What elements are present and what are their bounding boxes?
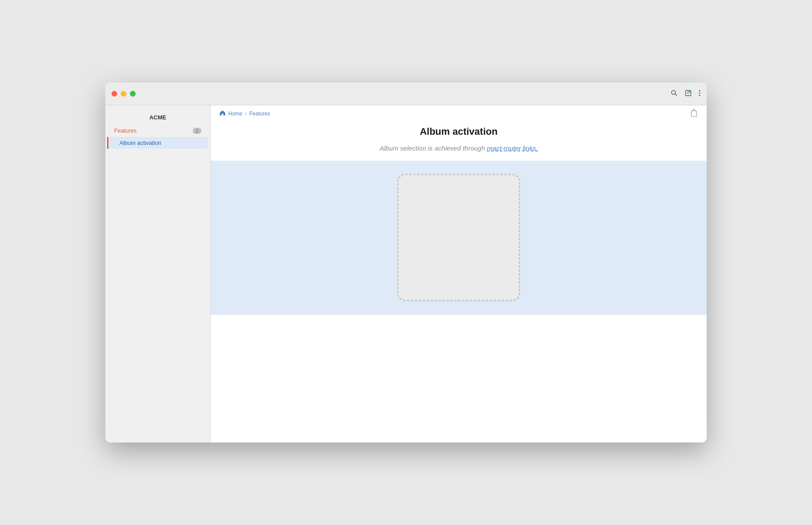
share-icon[interactable] <box>690 108 698 119</box>
sidebar-item-album-activation[interactable]: Album activation <box>107 137 208 149</box>
svg-point-6 <box>699 90 701 91</box>
breadcrumb-features-link[interactable]: Features <box>249 111 270 117</box>
breadcrumb-home-link[interactable]: Home <box>228 111 242 117</box>
close-button[interactable] <box>111 91 117 97</box>
features-badge: 1 <box>193 128 201 134</box>
svg-point-7 <box>699 92 701 93</box>
more-options-icon[interactable] <box>699 90 701 98</box>
svg-rect-9 <box>691 111 697 116</box>
sidebar-item-features[interactable]: Features 1 <box>107 125 208 137</box>
description-prefix: Album selection is achieved through <box>380 144 487 152</box>
app-window: ACME Features 1 Album activation <box>105 83 707 442</box>
titlebar <box>105 83 707 105</box>
titlebar-actions <box>671 90 701 98</box>
sidebar-item-label: Features <box>114 127 193 134</box>
sidebar: ACME Features 1 Album activation <box>105 105 211 442</box>
maximize-button[interactable] <box>130 91 136 97</box>
traffic-lights <box>111 91 136 97</box>
blue-section <box>211 161 707 314</box>
album-placeholder <box>397 174 520 301</box>
app-name: ACME <box>105 109 210 124</box>
page-title: Album activation <box>211 122 707 144</box>
notes-icon[interactable] <box>685 90 692 98</box>
breadcrumb: Home › Features <box>211 105 707 122</box>
main-area: ACME Features 1 Album activation <box>105 105 707 442</box>
home-icon <box>219 110 226 117</box>
react-router-link[interactable]: react-router links. <box>487 144 538 152</box>
svg-point-8 <box>699 95 701 96</box>
sidebar-item-child-label: Album activation <box>119 140 201 146</box>
content-area: Home › Features Album activation Album s… <box>211 105 707 442</box>
svg-point-5 <box>689 90 691 93</box>
active-indicator <box>107 137 108 149</box>
description-text: Album selection is achieved through reac… <box>211 144 707 161</box>
breadcrumb-separator: › <box>245 111 247 117</box>
white-section <box>211 314 707 442</box>
search-icon[interactable] <box>671 90 678 98</box>
minimize-button[interactable] <box>121 91 126 97</box>
svg-line-1 <box>675 94 677 96</box>
